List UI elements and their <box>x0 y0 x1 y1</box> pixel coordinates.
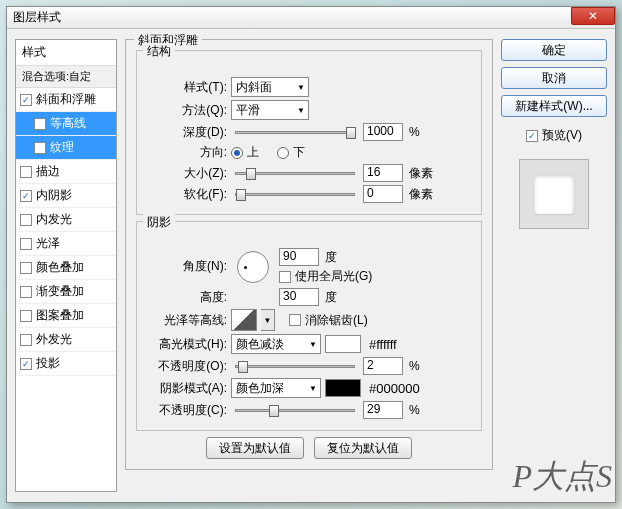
titlebar[interactable]: 图层样式 ✕ <box>7 7 615 29</box>
technique-dropdown[interactable]: 平滑 <box>231 100 309 120</box>
style-item[interactable]: 斜面和浮雕 <box>16 88 116 112</box>
close-icon: ✕ <box>588 9 598 23</box>
style-item[interactable]: 图案叠加 <box>16 304 116 328</box>
preview-checkbox[interactable] <box>526 130 538 142</box>
angle-label: 角度(N): <box>147 258 227 275</box>
highlight-color-swatch[interactable] <box>325 335 361 353</box>
soften-label: 软化(F): <box>147 186 227 203</box>
soften-input[interactable]: 0 <box>363 185 403 203</box>
style-item-label: 外发光 <box>36 331 72 348</box>
contour-dropdown-arrow[interactable]: ▼ <box>261 309 275 331</box>
set-default-button[interactable]: 设置为默认值 <box>206 437 304 459</box>
shading-legend: 阴影 <box>143 214 175 231</box>
new-style-button[interactable]: 新建样式(W)... <box>501 95 607 117</box>
style-dropdown[interactable]: 内斜面 <box>231 77 309 97</box>
style-item-label: 内发光 <box>36 211 72 228</box>
antialias-label: 消除锯齿(L) <box>305 312 368 329</box>
slider-thumb[interactable] <box>346 127 356 139</box>
soften-unit: 像素 <box>409 186 433 203</box>
style-checkbox[interactable] <box>20 190 32 202</box>
style-item[interactable]: 等高线 <box>16 112 116 136</box>
angle-dial[interactable] <box>237 251 269 283</box>
global-light-checkbox[interactable] <box>279 271 291 283</box>
style-label: 样式(T): <box>147 79 227 96</box>
style-item[interactable]: 颜色叠加 <box>16 256 116 280</box>
highlight-opacity-input[interactable]: 2 <box>363 357 403 375</box>
highlight-mode-dropdown[interactable]: 颜色减淡 <box>231 334 321 354</box>
soften-slider[interactable] <box>235 193 355 196</box>
styles-list-panel: 样式 混合选项:自定 斜面和浮雕等高线纹理描边内阴影内发光光泽颜色叠加渐变叠加图… <box>15 39 117 492</box>
technique-label: 方法(Q): <box>147 102 227 119</box>
slider-thumb[interactable] <box>246 168 256 180</box>
shadow-mode-dropdown[interactable]: 颜色加深 <box>231 378 321 398</box>
angle-input[interactable]: 90 <box>279 248 319 266</box>
shading-group: 阴影 角度(N): 90 度 使用全局光(G) <box>136 221 482 431</box>
dialog-content: 样式 混合选项:自定 斜面和浮雕等高线纹理描边内阴影内发光光泽颜色叠加渐变叠加图… <box>7 29 615 502</box>
depth-slider[interactable] <box>235 131 355 134</box>
direction-up-radio[interactable] <box>231 147 243 159</box>
direction-down-radio[interactable] <box>277 147 289 159</box>
style-checkbox[interactable] <box>34 118 46 130</box>
shadow-color-swatch[interactable] <box>325 379 361 397</box>
altitude-label: 高度: <box>147 289 227 306</box>
altitude-unit: 度 <box>325 289 337 306</box>
bevel-section: 斜面和浮雕 结构 样式(T): 内斜面 方法(Q): 平滑 深度(D): 100 <box>125 39 493 470</box>
style-item-label: 斜面和浮雕 <box>36 91 96 108</box>
size-slider[interactable] <box>235 172 355 175</box>
ok-button[interactable]: 确定 <box>501 39 607 61</box>
style-checkbox[interactable] <box>20 358 32 370</box>
depth-input[interactable]: 1000 <box>363 123 403 141</box>
antialias-checkbox[interactable] <box>289 314 301 326</box>
gloss-contour-picker[interactable] <box>231 309 257 331</box>
style-item-label: 光泽 <box>36 235 60 252</box>
size-input[interactable]: 16 <box>363 164 403 182</box>
shadow-opacity-input[interactable]: 29 <box>363 401 403 419</box>
style-item-label: 渐变叠加 <box>36 283 84 300</box>
style-item[interactable]: 光泽 <box>16 232 116 256</box>
style-checkbox[interactable] <box>20 94 32 106</box>
highlight-opacity-slider[interactable] <box>235 365 355 368</box>
style-item[interactable]: 投影 <box>16 352 116 376</box>
styles-header[interactable]: 样式 <box>16 40 116 66</box>
style-checkbox[interactable] <box>20 262 32 274</box>
style-item[interactable]: 外发光 <box>16 328 116 352</box>
altitude-input[interactable]: 30 <box>279 288 319 306</box>
main-settings-panel: 斜面和浮雕 结构 样式(T): 内斜面 方法(Q): 平滑 深度(D): 100 <box>125 39 493 492</box>
right-button-panel: 确定 取消 新建样式(W)... 预览(V) <box>501 39 607 492</box>
style-item-label: 颜色叠加 <box>36 259 84 276</box>
dialog-title: 图层样式 <box>13 9 61 26</box>
style-checkbox[interactable] <box>20 334 32 346</box>
style-checkbox[interactable] <box>20 166 32 178</box>
style-item[interactable]: 渐变叠加 <box>16 280 116 304</box>
reset-default-button[interactable]: 复位为默认值 <box>314 437 412 459</box>
style-checkbox[interactable] <box>34 142 46 154</box>
style-item[interactable]: 描边 <box>16 160 116 184</box>
size-label: 大小(Z): <box>147 165 227 182</box>
global-light-label: 使用全局光(G) <box>295 268 372 285</box>
shadow-mode-label: 阴影模式(A): <box>147 380 227 397</box>
structure-legend: 结构 <box>143 43 175 60</box>
style-checkbox[interactable] <box>20 286 32 298</box>
slider-thumb[interactable] <box>269 405 279 417</box>
style-item-label: 投影 <box>36 355 60 372</box>
close-button[interactable]: ✕ <box>571 7 615 25</box>
highlight-opacity-label: 不透明度(O): <box>147 358 227 375</box>
opacity-unit2: % <box>409 403 420 417</box>
slider-thumb[interactable] <box>238 361 248 373</box>
down-label: 下 <box>293 144 305 161</box>
style-item-label: 内阴影 <box>36 187 72 204</box>
slider-thumb[interactable] <box>236 189 246 201</box>
direction-label: 方向: <box>147 144 227 161</box>
shadow-opacity-slider[interactable] <box>235 409 355 412</box>
blend-options-row[interactable]: 混合选项:自定 <box>16 66 116 88</box>
style-checkbox[interactable] <box>20 238 32 250</box>
highlight-mode-label: 高光模式(H): <box>147 336 227 353</box>
cancel-button[interactable]: 取消 <box>501 67 607 89</box>
style-item[interactable]: 内阴影 <box>16 184 116 208</box>
style-checkbox[interactable] <box>20 214 32 226</box>
style-item[interactable]: 纹理 <box>16 136 116 160</box>
preview-swatch <box>534 174 574 214</box>
style-item[interactable]: 内发光 <box>16 208 116 232</box>
size-unit: 像素 <box>409 165 433 182</box>
style-checkbox[interactable] <box>20 310 32 322</box>
